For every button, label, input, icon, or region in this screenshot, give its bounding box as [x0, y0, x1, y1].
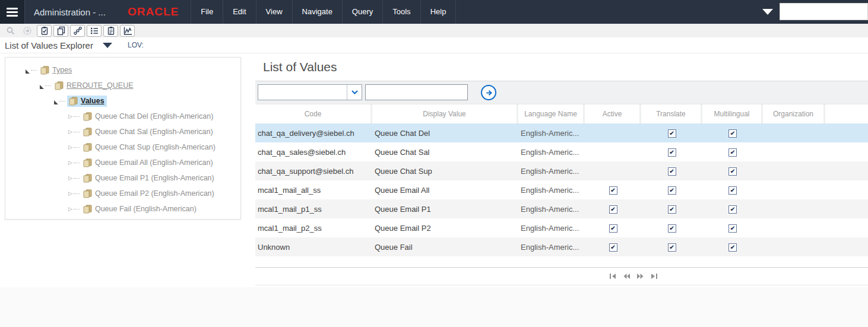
- tree-node[interactable]: ▷Queue Chat Sup (English-American): [5, 139, 240, 155]
- cell-language-name[interactable]: English-Americ...: [518, 167, 585, 176]
- tree-node[interactable]: ▷Queue Email All (English-American): [5, 155, 240, 170]
- checkbox-checked-icon[interactable]: ✔: [728, 224, 737, 233]
- checkbox-checked-icon[interactable]: ✔: [609, 224, 617, 233]
- cell-language-name[interactable]: English-Americ...: [518, 148, 585, 157]
- cell-code[interactable]: mcal1_mail_p1_ss: [255, 205, 372, 214]
- tree-node-label[interactable]: Queue Email P2 (English-American): [95, 189, 214, 198]
- expand-node-icon[interactable]: ▷: [68, 176, 72, 181]
- column-header-multilingual[interactable]: Multilingual: [702, 104, 763, 123]
- table-row[interactable]: UnknownQueue FailEnglish-Americ...✔✔✔: [255, 237, 868, 256]
- column-header-organization[interactable]: Organization: [763, 104, 825, 123]
- table-row[interactable]: chat_qa_support@siebel.chQueue Chat SupE…: [255, 161, 868, 180]
- menu-edit[interactable]: Edit: [223, 0, 256, 24]
- checkbox-checked-icon[interactable]: ✔: [728, 148, 737, 157]
- cell-language-name[interactable]: English-Americ...: [518, 129, 585, 138]
- clipboard-check-icon[interactable]: [37, 25, 52, 37]
- tree-node[interactable]: ▷Queue Chat Del (English-American): [5, 109, 240, 124]
- pagination-next-button[interactable]: [636, 273, 644, 280]
- checkbox-checked-icon[interactable]: ✔: [668, 243, 676, 252]
- menu-view[interactable]: View: [256, 0, 293, 24]
- clipboard-icon[interactable]: [103, 25, 118, 37]
- copy-icon[interactable]: [53, 25, 68, 37]
- tree-node[interactable]: Types: [5, 62, 240, 78]
- tree-node-label[interactable]: Values: [81, 97, 104, 105]
- menu-file[interactable]: File: [191, 0, 223, 24]
- link-icon[interactable]: [70, 25, 85, 37]
- chevron-down-icon[interactable]: [347, 85, 362, 100]
- table-row[interactable]: mcal1_mail_p2_ssQueue Email P2English-Am…: [255, 218, 868, 237]
- checkbox-checked-icon[interactable]: ✔: [609, 186, 617, 195]
- menu-tools[interactable]: Tools: [383, 0, 420, 24]
- hamburger-menu-icon[interactable]: [0, 0, 25, 24]
- topbar-search-input[interactable]: [780, 3, 868, 20]
- checkbox-checked-icon[interactable]: ✔: [728, 243, 737, 252]
- pagination-first-button[interactable]: [609, 273, 617, 280]
- tree-node-label[interactable]: Queue Chat Sup (English-American): [95, 143, 216, 151]
- tree-node-label[interactable]: Queue Email P1 (English-American): [95, 174, 214, 182]
- checkbox-checked-icon[interactable]: ✔: [668, 186, 676, 195]
- tree-node-label[interactable]: Queue Chat Sal (English-American): [95, 128, 213, 136]
- tree-node[interactable]: REROUTE_QUEUE: [5, 78, 240, 93]
- topbar-dropdown-arrow-icon[interactable]: [762, 9, 773, 15]
- checkbox-checked-icon[interactable]: ✔: [668, 205, 676, 214]
- column-header-display-value[interactable]: Display Value: [372, 104, 518, 123]
- cell-code[interactable]: mcal1_mail_all_ss: [255, 186, 372, 195]
- cell-display-value[interactable]: Queue Chat Sal: [372, 148, 518, 157]
- cell-language-name[interactable]: English-Americ...: [518, 224, 585, 233]
- expand-node-icon[interactable]: ▷: [68, 207, 72, 212]
- go-button[interactable]: [481, 85, 496, 100]
- pagination-previous-button[interactable]: [623, 273, 631, 280]
- column-header-translate[interactable]: Translate: [641, 104, 702, 123]
- tree-node-label[interactable]: Queue Fail (English-American): [95, 205, 197, 213]
- filter-field-dropdown[interactable]: [258, 84, 362, 100]
- view-dropdown-arrow-icon[interactable]: [103, 43, 112, 48]
- tree-node-label[interactable]: Types: [52, 66, 72, 74]
- menu-query[interactable]: Query: [343, 0, 383, 24]
- menu-navigate[interactable]: Navigate: [293, 0, 343, 24]
- cell-display-value[interactable]: Queue Chat Sup: [372, 167, 518, 176]
- tree-node[interactable]: ▷Queue Email P2 (English-American): [5, 186, 240, 201]
- checkbox-checked-icon[interactable]: ✔: [609, 205, 617, 214]
- checkbox-checked-icon[interactable]: ✔: [668, 167, 676, 176]
- tree-node[interactable]: ▷Queue Fail (English-American): [5, 201, 240, 217]
- checkbox-checked-icon[interactable]: ✔: [728, 129, 737, 138]
- table-row[interactable]: chat_qa_sales@siebel.chQueue Chat SalEng…: [255, 142, 868, 161]
- cell-language-name[interactable]: English-Americ...: [518, 243, 585, 252]
- collapse-node-icon[interactable]: [40, 85, 44, 89]
- column-header-language-name[interactable]: Language Name: [518, 104, 585, 123]
- collapse-node-icon[interactable]: [54, 100, 58, 104]
- table-row[interactable]: chat_qa_delivery@siebel.chQueue Chat Del…: [255, 123, 868, 142]
- cell-display-value[interactable]: Queue Fail: [372, 243, 518, 252]
- expand-node-icon[interactable]: ▷: [68, 160, 72, 166]
- chart-icon[interactable]: [120, 25, 135, 37]
- checkbox-checked-icon[interactable]: ✔: [728, 186, 737, 195]
- cell-language-name[interactable]: English-Americ...: [518, 205, 585, 214]
- checkbox-checked-icon[interactable]: ✔: [728, 167, 737, 176]
- collapse-node-icon[interactable]: [26, 69, 30, 74]
- expand-node-icon[interactable]: ▷: [68, 114, 72, 119]
- tree-node[interactable]: Values: [5, 93, 240, 109]
- expand-node-icon[interactable]: ▷: [68, 129, 72, 135]
- table-row[interactable]: mcal1_mail_all_ssQueue Email AllEnglish-…: [255, 180, 868, 199]
- checkbox-checked-icon[interactable]: ✔: [728, 205, 737, 214]
- checkbox-checked-icon[interactable]: ✔: [668, 224, 676, 233]
- cell-language-name[interactable]: English-Americ...: [518, 186, 585, 195]
- tree-node[interactable]: ▷Queue Chat Sal (English-American): [5, 124, 240, 139]
- tree-node-label[interactable]: REROUTE_QUEUE: [66, 81, 134, 90]
- cell-display-value[interactable]: Queue Chat Del: [372, 129, 518, 138]
- column-header-active[interactable]: Active: [585, 104, 641, 123]
- cell-code[interactable]: chat_qa_sales@siebel.ch: [255, 148, 372, 157]
- cell-code[interactable]: chat_qa_support@siebel.ch: [255, 167, 372, 176]
- filter-value-input[interactable]: [365, 84, 468, 100]
- table-row[interactable]: mcal1_mail_p1_ssQueue Email P1English-Am…: [255, 199, 868, 218]
- cell-display-value[interactable]: Queue Email P1: [372, 205, 518, 214]
- checkbox-checked-icon[interactable]: ✔: [668, 148, 676, 157]
- pagination-last-button[interactable]: [650, 273, 658, 280]
- tree-node-label[interactable]: Queue Chat Del (English-American): [95, 112, 213, 120]
- tree-node[interactable]: ▷Queue Email P1 (English-American): [5, 170, 240, 186]
- cell-code[interactable]: mcal1_mail_p2_ss: [255, 224, 372, 233]
- tree-node-label[interactable]: Queue Email All (English-American): [95, 158, 213, 167]
- expand-node-icon[interactable]: ▷: [68, 145, 72, 150]
- cell-display-value[interactable]: Queue Email P2: [372, 224, 518, 233]
- cell-display-value[interactable]: Queue Email All: [372, 186, 518, 195]
